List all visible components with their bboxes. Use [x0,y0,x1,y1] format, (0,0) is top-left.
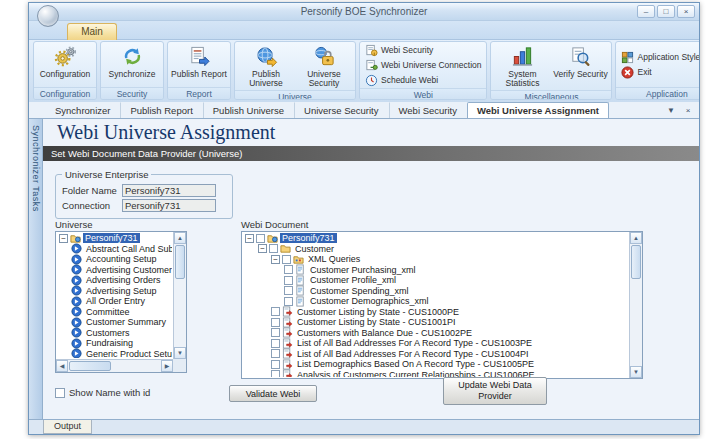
tree-item[interactable]: Accounting Setup [57,254,172,265]
tree-item[interactable]: Customer Profile_xml [243,275,628,286]
universe-item-icon [71,275,82,286]
close-button[interactable]: × [677,5,695,18]
ribbon-tab-main[interactable]: Main [67,23,117,40]
checkbox[interactable] [271,370,280,377]
checkbox[interactable] [271,339,280,348]
tree-item[interactable]: Customer Listing by State - CUS1001PI [243,317,628,328]
expander-icon[interactable]: − [271,255,280,264]
connection-input[interactable] [122,199,216,212]
scrollbar-thumb[interactable] [69,361,111,371]
application-orb-icon[interactable] [37,5,59,27]
ribbon-button-label: Configuration [40,70,91,79]
scroll-up-button[interactable]: ▲ [174,232,186,244]
close-tab-button[interactable]: × [681,104,695,117]
application-style-button[interactable]: Application Style▼ [619,50,699,64]
scroll-up-button[interactable]: ▲ [630,232,642,244]
checkbox[interactable] [271,328,280,337]
page-subtitle: Set Webi Document Data Provider (Univers… [43,146,699,161]
webi-universe-connection-button[interactable]: Webi Universe Connection [363,58,483,72]
tree-item-label: Advertising Orders [84,275,163,285]
checkbox-box[interactable] [55,388,65,398]
tree-item[interactable]: Customer Purchasing_xml [243,265,628,276]
tab-output[interactable]: Output [43,420,92,434]
universe-security-button[interactable]: Universe Security [296,43,352,89]
tree-item[interactable]: Customers with Balance Due - CUS1002PE [243,328,628,339]
scrollbar-thumb[interactable] [631,245,641,279]
scroll-down-button[interactable]: ▼ [174,347,186,359]
system-statistics-button[interactable]: System Statistics [494,43,550,89]
horizontal-scrollbar[interactable]: ◀ ▶ [56,359,173,372]
tab-publish-universe[interactable]: Publish Universe [203,102,294,118]
update-webi-data-provider-button[interactable]: Update Webi Data Provider [443,377,547,405]
validate-webi-button[interactable]: Validate Webi [229,385,317,402]
scrollbar-track[interactable] [112,360,161,372]
tab-publish-report[interactable]: Publish Report [120,102,202,118]
synchronize-button[interactable]: Synchronize [104,43,160,79]
vertical-scrollbar[interactable]: ▲ ▼ [629,232,642,378]
scroll-down-button[interactable]: ▼ [630,366,642,378]
checkbox[interactable] [256,234,265,243]
minimize-button[interactable]: – [637,5,655,18]
schedule-webi-button[interactable]: Schedule Webi [363,73,440,87]
tree-item[interactable]: Advertising Setup [57,286,172,297]
ribbon-button-label: Webi Universe Connection [381,60,481,70]
checkbox[interactable] [284,276,293,285]
tree-item[interactable]: Advertising Customer [57,265,172,276]
tree-item[interactable]: List of All Bad Addresses For A Record T… [243,338,628,349]
webi-security-button[interactable]: Webi Security [363,43,435,57]
tree-item[interactable]: Customer Listing by State - CUS1000PE [243,307,628,318]
maximize-button[interactable]: □ [657,5,675,18]
checkbox[interactable] [284,286,293,295]
tab-webi-security[interactable]: Webi Security [389,102,467,118]
scrollbar-track[interactable] [630,280,642,366]
tree-item[interactable]: Customer Spending_xml [243,286,628,297]
tree-item[interactable]: List of All Bad Addresses For A Record T… [243,349,628,360]
publish-report-button[interactable]: Publish Report [171,43,227,79]
expander-icon[interactable]: − [245,234,254,243]
folder-name-input[interactable] [122,184,216,197]
tree-item[interactable]: Generic Product Setup [57,349,172,359]
tree-item[interactable]: −Personify731 [57,233,172,244]
configuration-button[interactable]: Configuration [37,43,93,79]
scrollbar-thumb[interactable] [175,245,185,279]
sidebar-synchronizer-tasks[interactable]: Synchronizer Tasks [29,119,43,419]
scrollbar-track[interactable] [174,280,186,347]
scroll-left-button[interactable]: ◀ [56,360,68,372]
checkbox[interactable] [271,349,280,358]
titlebar[interactable]: Personify BOE Synchronizer –□× [29,3,699,21]
tab-synchronizer[interactable]: Synchronizer [45,102,120,118]
tree-item[interactable]: Fundraising [57,338,172,349]
tab-list-dropdown-button[interactable]: ▼ [664,104,678,117]
checkbox[interactable] [271,318,280,327]
checkbox[interactable] [271,307,280,316]
scroll-right-button[interactable]: ▶ [161,360,173,372]
checkbox[interactable] [282,255,291,264]
expander-icon[interactable]: − [258,244,267,253]
checkbox[interactable] [284,265,293,274]
publish-universe-button[interactable]: Publish Universe [238,43,294,89]
tree-item[interactable]: −XML Queries [243,254,628,265]
tree-item[interactable]: −Customer [243,244,628,255]
tree-item[interactable]: Customer Demographics_xml [243,296,628,307]
tab-universe-security[interactable]: Universe Security [294,102,388,118]
tree-item[interactable]: Customers [57,328,172,339]
tree-item[interactable]: Customer Summary [57,317,172,328]
vertical-scrollbar[interactable]: ▲ ▼ [173,232,186,359]
expander-icon[interactable]: − [59,234,68,243]
system-statistics-icon [511,45,534,68]
tab-webi-universe-assignment[interactable]: Webi Universe Assignment [467,102,609,118]
exit-button[interactable]: Exit [619,65,653,79]
show-name-with-id-checkbox[interactable]: Show Name with id [55,387,150,398]
tree-item[interactable]: Committee [57,307,172,318]
tree-item[interactable]: Advertising Orders [57,275,172,286]
tree-item[interactable]: −Personify731 [243,233,628,244]
tree-item[interactable]: All Order Entry [57,296,172,307]
tree-item[interactable]: Analysis of Customers Current Relationsh… [243,370,628,378]
tree-item[interactable]: List Demographics Based On A Record Type… [243,359,628,370]
checkbox[interactable] [269,244,278,253]
checkbox[interactable] [284,297,293,306]
checkbox[interactable] [271,360,280,369]
xml-doc-icon [295,264,306,275]
tree-item[interactable]: Abstract Call And Submi [57,244,172,255]
verify-security-button[interactable]: Verify Security [552,43,608,79]
